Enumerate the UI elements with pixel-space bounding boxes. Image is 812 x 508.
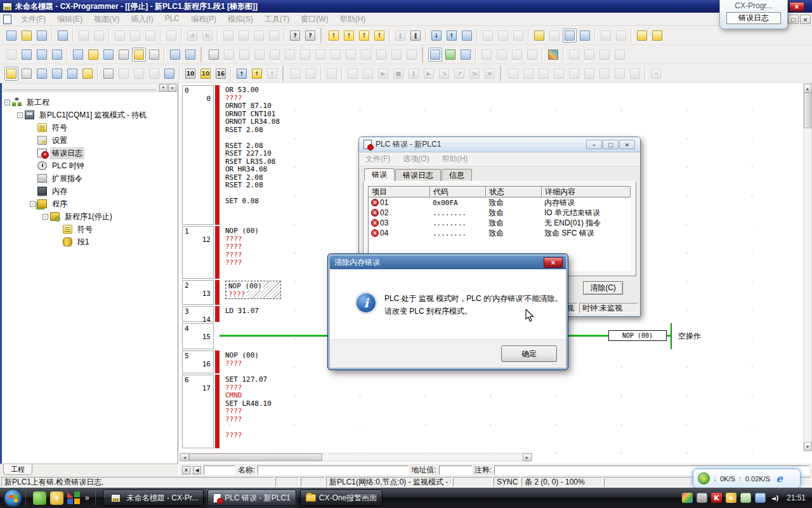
error-table-header-cell[interactable]: 项目 <box>369 187 430 197</box>
instruction-line[interactable]: OR 53.00 <box>225 86 802 94</box>
pv-monitor[interactable] <box>428 48 442 62</box>
menu-item[interactable]: 文件(F) <box>15 14 51 25</box>
network-speed-widget[interactable]: + ↓ 0K/S ↑ 0.02K/S e <box>693 469 801 488</box>
menu-item[interactable]: 模拟(S) <box>222 14 259 25</box>
nop-instruction-box[interactable]: NOP (00) <box>608 330 667 341</box>
menu-item[interactable]: 编辑(E) <box>51 14 88 25</box>
cut-rung[interactable] <box>102 67 115 81</box>
line-corner[interactable] <box>390 48 403 62</box>
pause-monitoring[interactable] <box>578 29 592 43</box>
menu-item[interactable]: 编程(P) <box>185 14 222 25</box>
new-closed-coil[interactable] <box>329 48 343 62</box>
keyboard-tray-icon[interactable] <box>697 493 707 503</box>
net-t4[interactable] <box>613 67 627 81</box>
compile-all[interactable]: ! <box>342 29 356 43</box>
instruction-line[interactable]: SET 127.07 <box>225 375 802 384</box>
quicklaunch-green-icon[interactable] <box>33 491 46 505</box>
transfer-from-plc[interactable]: ↑ <box>445 29 459 43</box>
instruction-line[interactable]: NOP (00) <box>227 282 263 290</box>
horizontal-line[interactable] <box>298 48 312 62</box>
instruction-line[interactable]: ???? <box>227 290 247 298</box>
hex-view[interactable]: 16 <box>214 67 228 81</box>
edit-up-2[interactable] <box>495 48 509 62</box>
work-online[interactable] <box>532 29 546 43</box>
address-reference[interactable] <box>102 48 115 62</box>
ladder-rung[interactable]: 6 17 SET 127.07????CMNDSET LR48.10??????… <box>182 374 802 449</box>
volume-tray-icon[interactable]: ◄) <box>769 493 780 503</box>
tree-item-error-log[interactable]: - 错误日志 <box>2 147 178 159</box>
taskbar-button-cxone-alarm[interactable]: CX-One报警画面 <box>300 490 383 506</box>
tree-expand-icon[interactable]: - <box>4 100 10 105</box>
taskbar-button-plc-error[interactable]: PLC 错误 - 新PLC1 <box>207 490 296 506</box>
monitor-gray[interactable] <box>567 48 581 62</box>
monitoring[interactable] <box>563 29 577 43</box>
new-instruction-not[interactable] <box>374 48 388 62</box>
context-help[interactable]: ? <box>303 29 317 43</box>
window-plain[interactable] <box>65 67 79 81</box>
vertical-scroll-thumb[interactable] <box>804 93 811 128</box>
scroll-up-icon[interactable]: ▲ <box>804 84 811 93</box>
address-tree[interactable] <box>546 48 560 62</box>
go-next[interactable]: ↑ <box>250 67 264 81</box>
network-tray-icon[interactable] <box>755 493 766 503</box>
tree-item-expansion[interactable]: - 扩展指令 <box>2 172 178 185</box>
ladder-vertical-scrollbar[interactable]: ▲ ▼ <box>803 83 812 451</box>
horizontal-scroll-thumb[interactable] <box>189 453 322 461</box>
tree-panel-close-icon[interactable]: × <box>168 84 176 91</box>
set-value[interactable] <box>650 29 664 43</box>
message-dialog-close-button[interactable]: × <box>544 257 563 268</box>
contact-up[interactable] <box>252 48 266 62</box>
tree-item-symbols[interactable]: - 符号 <box>2 121 178 134</box>
tree-item-memory[interactable]: - 内存 <box>2 185 178 197</box>
scroll-down-icon[interactable]: ▼ <box>804 442 811 451</box>
instruction-line[interactable]: CMND <box>225 391 802 399</box>
fields-close-icon[interactable]: × <box>182 466 190 474</box>
sim-hand-2[interactable] <box>361 67 375 81</box>
clear-errors-button[interactable]: 清除(C) <box>583 281 623 295</box>
project-tab[interactable]: 工程 <box>3 464 32 475</box>
instruction-line[interactable]: SET LR48.10 <box>225 399 802 408</box>
watch-window-2[interactable] <box>50 67 64 81</box>
ladder-view[interactable] <box>132 48 146 62</box>
error-table-header-cell[interactable]: 代码 <box>430 187 486 197</box>
instruction-line[interactable]: ORNOT LR34.08 <box>225 117 802 126</box>
quicklaunch-gold-icon[interactable]: + <box>50 491 63 505</box>
tree-item-program1[interactable]: - 新程序1(停止) <box>2 210 178 223</box>
sim-step-out[interactable]: ↗ <box>452 67 466 81</box>
mdi-restore-button[interactable]: □ <box>788 15 799 24</box>
tree-item-program1-symbols[interactable]: - 符号 <box>2 223 178 236</box>
paste[interactable] <box>143 29 157 43</box>
dialog-menu-item[interactable]: 文件(F) <box>359 154 396 164</box>
sim-task-list[interactable] <box>325 67 339 81</box>
opt-1[interactable] <box>117 67 131 81</box>
net-t2[interactable] <box>582 67 596 81</box>
io-table[interactable] <box>183 48 197 62</box>
new-window[interactable] <box>4 67 18 81</box>
error-table-row[interactable]: ×02 ........ 致命 IO 单元结束错误 <box>369 208 631 218</box>
rung-number-cell[interactable]: 6 17 <box>182 375 214 448</box>
online-edit-begin[interactable] <box>481 29 495 43</box>
opt-2[interactable] <box>132 67 146 81</box>
zoom-fit[interactable] <box>50 48 64 62</box>
sim-step[interactable]: ▶ <box>422 67 436 81</box>
net-2[interactable] <box>521 67 535 81</box>
pause-flag[interactable]: ‖ <box>393 29 407 43</box>
select-mode[interactable] <box>207 48 221 62</box>
force-on[interactable] <box>599 29 613 43</box>
menu-item[interactable]: 视图(V) <box>88 14 125 25</box>
sim-stop[interactable]: ■ <box>391 67 405 81</box>
dialog-menu-item[interactable]: 帮助(H) <box>436 154 475 164</box>
window-titlebar[interactable]: 未命名標題 - CX-Programmer - [[停止] - 新PLC1.新程… <box>0 0 812 13</box>
view-report[interactable] <box>56 29 70 43</box>
edit-up-4[interactable] <box>525 48 539 62</box>
quicklaunch-blocks-icon[interactable] <box>67 491 81 505</box>
edit-up-3[interactable] <box>510 48 524 62</box>
tree-item-plc-clock[interactable]: - PLC 时钟 <box>2 159 178 172</box>
taskbar-button-cx-programmer[interactable]: 未命名標題 - CX-Pr... <box>103 490 204 506</box>
mnemonic-view[interactable] <box>147 48 161 62</box>
redo[interactable]: ↻ <box>200 29 214 43</box>
scroll-track[interactable] <box>804 128 811 442</box>
dialog-close-button[interactable]: × <box>619 140 635 149</box>
decimal-view[interactable]: 10 <box>183 67 197 81</box>
return-corner[interactable]: ¬ <box>649 67 663 81</box>
